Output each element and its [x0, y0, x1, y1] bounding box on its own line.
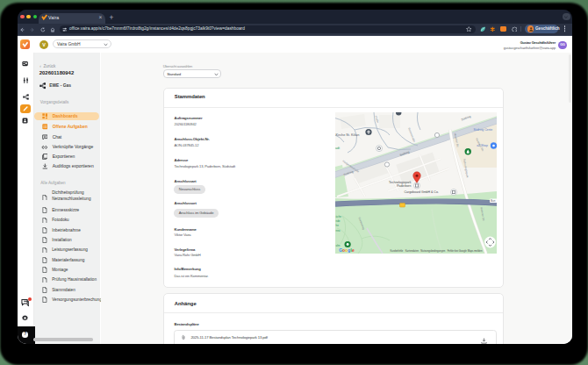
svg-text:Kirche St. Kilian: Kirche St. Kilian: [335, 133, 359, 137]
svg-text:äche: äche: [335, 215, 341, 218]
svg-text:Kurzbefehle Kartendaten Nu: Kurzbefehle Kartendaten Nutzungsbedingun…: [390, 249, 482, 253]
svg-text:nno: nno: [335, 229, 340, 233]
svg-text:he: he: [335, 224, 339, 227]
svg-text:Südring Cente: Südring Cente: [473, 128, 492, 132]
svg-text:e: e: [351, 247, 354, 253]
svg-text:Paderborn: Paderborn: [397, 184, 411, 188]
svg-text:Bun: Bun: [491, 199, 496, 203]
svg-text:Cargoboard GmbH & Co.: Cargoboard GmbH & Co.: [404, 190, 438, 194]
svg-text:nde: nde: [335, 219, 340, 223]
svg-text:adt: adt: [335, 147, 340, 150]
